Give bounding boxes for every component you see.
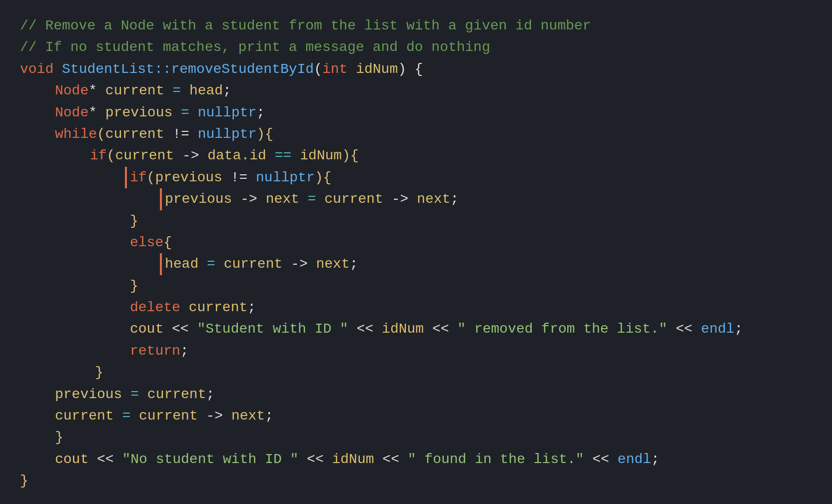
line-close-if-prev: }	[125, 210, 832, 232]
line-if-current: if ( current -> data.id == idNum ) {	[20, 145, 832, 166]
line-else: else {	[125, 232, 832, 253]
line-prev-current: previous = current ;	[20, 384, 832, 405]
comment-line-1: // Remove a Node with a student from the…	[20, 15, 832, 36]
line-prev-next: previous -> next = current -> next ;	[160, 188, 832, 210]
line-previous-null: Node * previous = nullptr ;	[20, 102, 832, 123]
code-editor: // Remove a Node with a student from the…	[15, 15, 832, 492]
line-cout-notfound: cout << "No student with ID " << idNum <…	[20, 449, 832, 470]
line-delete: delete current ;	[125, 297, 832, 318]
line-close-if-current: }	[90, 362, 832, 383]
line-return: return ;	[125, 340, 832, 362]
line-current-head: Node * current = head ;	[20, 80, 832, 101]
comment-line-2: // If no student matches, print a messag…	[20, 36, 832, 58]
line-cout-removed: cout << "Student with ID " << idNum << "…	[125, 318, 832, 340]
func-signature: void StudentList ::removeStudentById ( i…	[20, 58, 832, 80]
line-if-previous: if ( previous != nullptr ) {	[125, 167, 832, 188]
line-while: while ( current != nullptr ) {	[20, 123, 832, 145]
line-current-next: current = current -> next ;	[20, 405, 832, 427]
line-close-func: }	[20, 470, 832, 492]
line-close-while: }	[20, 427, 832, 448]
line-head-next: head = current -> next ;	[160, 253, 832, 275]
line-close-else: }	[125, 275, 832, 297]
